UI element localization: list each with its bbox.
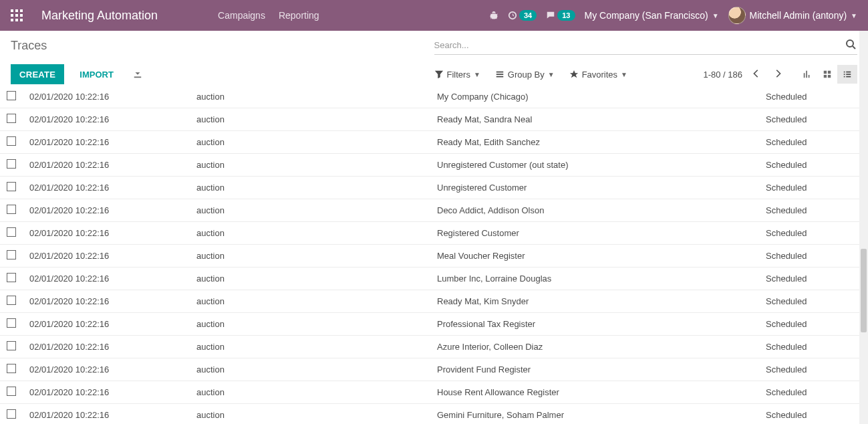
table-row[interactable]: 02/01/2020 10:22:16auctionReady Mat, Kim… bbox=[0, 290, 859, 313]
row-checkbox[interactable] bbox=[7, 409, 16, 419]
cell-activity: auction bbox=[196, 404, 437, 425]
create-button[interactable]: CREATE bbox=[11, 64, 64, 84]
pager-prev[interactable] bbox=[749, 66, 764, 83]
row-checkbox[interactable] bbox=[7, 364, 16, 373]
cell-date: 02/01/2020 10:22:16 bbox=[29, 245, 196, 268]
cell-document: House Rent Allowance Register bbox=[437, 381, 766, 404]
table-row[interactable]: 02/01/2020 10:22:16auctionAzure Interior… bbox=[0, 336, 859, 358]
activities-button[interactable]: 34 bbox=[508, 10, 537, 21]
table-row[interactable]: 02/01/2020 10:22:16auctionGemini Furnitu… bbox=[0, 404, 859, 425]
list-view: 02/01/2020 10:22:16auctionMy Company (Ch… bbox=[0, 86, 859, 424]
pager-text[interactable]: 1-80 / 186 bbox=[703, 70, 742, 80]
favorites-menu[interactable]: Favorites ▼ bbox=[569, 70, 627, 80]
table-row[interactable]: 02/01/2020 10:22:16auctionUnregistered C… bbox=[0, 154, 859, 177]
cell-status: Scheduled bbox=[766, 358, 859, 381]
cell-status: Scheduled bbox=[766, 313, 859, 336]
row-checkbox[interactable] bbox=[7, 205, 16, 214]
table-row[interactable]: 02/01/2020 10:22:16auctionLumber Inc, Lo… bbox=[0, 268, 859, 290]
table-row[interactable]: 02/01/2020 10:22:16auctionUnregistered C… bbox=[0, 177, 859, 199]
breadcrumb: Traces bbox=[11, 39, 434, 53]
table-row[interactable]: 02/01/2020 10:22:16auctionDeco Addict, A… bbox=[0, 199, 859, 222]
cell-status: Scheduled bbox=[766, 404, 859, 425]
row-checkbox[interactable] bbox=[7, 182, 16, 191]
search-input[interactable] bbox=[434, 37, 845, 53]
view-graph[interactable] bbox=[797, 65, 817, 84]
cell-document: Azure Interior, Colleen Diaz bbox=[437, 336, 766, 358]
table-row[interactable]: 02/01/2020 10:22:16auctionProvident Fund… bbox=[0, 358, 859, 381]
row-checkbox[interactable] bbox=[7, 341, 16, 350]
download-icon[interactable] bbox=[133, 69, 142, 80]
search-bar[interactable] bbox=[434, 36, 858, 55]
nav-link-reporting[interactable]: Reporting bbox=[279, 10, 319, 21]
cell-document: Unregistered Customer bbox=[437, 177, 766, 199]
table-row[interactable]: 02/01/2020 10:22:16auctionReady Mat, San… bbox=[0, 108, 859, 131]
control-panel: Traces CREATE IMPORT Filters ▼ bbox=[0, 31, 868, 92]
table-row[interactable]: 02/01/2020 10:22:16auctionRegistered Cus… bbox=[0, 222, 859, 245]
cell-status: Scheduled bbox=[766, 199, 859, 222]
view-kanban[interactable] bbox=[817, 65, 837, 84]
cell-activity: auction bbox=[196, 86, 437, 108]
messages-badge: 13 bbox=[557, 10, 575, 21]
row-checkbox[interactable] bbox=[7, 318, 16, 328]
navbar: Marketing Automation Campaigns Reporting… bbox=[0, 0, 868, 31]
apps-icon[interactable] bbox=[11, 9, 23, 21]
nav-link-campaigns[interactable]: Campaigns bbox=[218, 10, 265, 21]
bug-icon[interactable] bbox=[489, 11, 498, 20]
filters-label: Filters bbox=[447, 70, 470, 80]
cell-activity: auction bbox=[196, 381, 437, 404]
row-checkbox[interactable] bbox=[7, 296, 16, 305]
cell-document: My Company (Chicago) bbox=[437, 86, 766, 108]
cell-date: 02/01/2020 10:22:16 bbox=[29, 108, 196, 131]
cell-document: Registered Customer bbox=[437, 222, 766, 245]
caret-down-icon: ▼ bbox=[548, 71, 555, 78]
table-row[interactable]: 02/01/2020 10:22:16auctionHouse Rent All… bbox=[0, 381, 859, 404]
cell-activity: auction bbox=[196, 154, 437, 177]
row-checkbox[interactable] bbox=[7, 273, 16, 282]
graph-icon bbox=[803, 70, 812, 79]
pager-next[interactable] bbox=[770, 66, 785, 83]
cell-status: Scheduled bbox=[766, 222, 859, 245]
cell-status: Scheduled bbox=[766, 177, 859, 199]
traces-table: 02/01/2020 10:22:16auctionMy Company (Ch… bbox=[0, 86, 859, 424]
cell-status: Scheduled bbox=[766, 290, 859, 313]
row-checkbox[interactable] bbox=[7, 91, 16, 100]
cell-activity: auction bbox=[196, 245, 437, 268]
user-menu[interactable]: Mitchell Admin (antony) ▼ bbox=[728, 7, 857, 24]
cell-document: Provident Fund Register bbox=[437, 358, 766, 381]
list-icon bbox=[843, 70, 852, 79]
pager: 1-80 / 186 bbox=[703, 66, 785, 83]
cell-date: 02/01/2020 10:22:16 bbox=[29, 154, 196, 177]
chevron-right-icon bbox=[773, 69, 782, 78]
row-checkbox[interactable] bbox=[7, 114, 16, 123]
grid-icon bbox=[823, 70, 832, 79]
cell-status: Scheduled bbox=[766, 108, 859, 131]
cell-date: 02/01/2020 10:22:16 bbox=[29, 86, 196, 108]
view-list[interactable] bbox=[837, 65, 857, 84]
groupby-menu[interactable]: Group By ▼ bbox=[495, 70, 555, 80]
window-scrollbar[interactable] bbox=[859, 31, 868, 424]
cell-document: Ready Mat, Edith Sanchez bbox=[437, 131, 766, 154]
filters-menu[interactable]: Filters ▼ bbox=[434, 70, 480, 80]
company-selector[interactable]: My Company (San Francisco) ▼ bbox=[585, 10, 719, 21]
cell-document: Deco Addict, Addison Olson bbox=[437, 199, 766, 222]
search-icon[interactable] bbox=[844, 39, 857, 52]
table-row[interactable]: 02/01/2020 10:22:16auctionProfessional T… bbox=[0, 313, 859, 336]
scrollbar-thumb[interactable] bbox=[861, 249, 867, 332]
cell-date: 02/01/2020 10:22:16 bbox=[29, 268, 196, 290]
table-row[interactable]: 02/01/2020 10:22:16auctionMy Company (Ch… bbox=[0, 86, 859, 108]
import-button[interactable]: IMPORT bbox=[71, 64, 122, 84]
funnel-icon bbox=[434, 70, 444, 79]
table-row[interactable]: 02/01/2020 10:22:16auctionReady Mat, Edi… bbox=[0, 131, 859, 154]
table-row[interactable]: 02/01/2020 10:22:16auctionMeal Voucher R… bbox=[0, 245, 859, 268]
row-checkbox[interactable] bbox=[7, 250, 16, 259]
row-checkbox[interactable] bbox=[7, 387, 16, 396]
star-icon bbox=[569, 70, 579, 79]
row-checkbox[interactable] bbox=[7, 136, 16, 146]
caret-down-icon: ▼ bbox=[621, 71, 627, 78]
cell-activity: auction bbox=[196, 222, 437, 245]
row-checkbox[interactable] bbox=[7, 159, 16, 169]
app-title[interactable]: Marketing Automation bbox=[41, 9, 158, 23]
messages-button[interactable]: 13 bbox=[546, 10, 575, 21]
row-checkbox[interactable] bbox=[7, 227, 16, 237]
cell-date: 02/01/2020 10:22:16 bbox=[29, 336, 196, 358]
